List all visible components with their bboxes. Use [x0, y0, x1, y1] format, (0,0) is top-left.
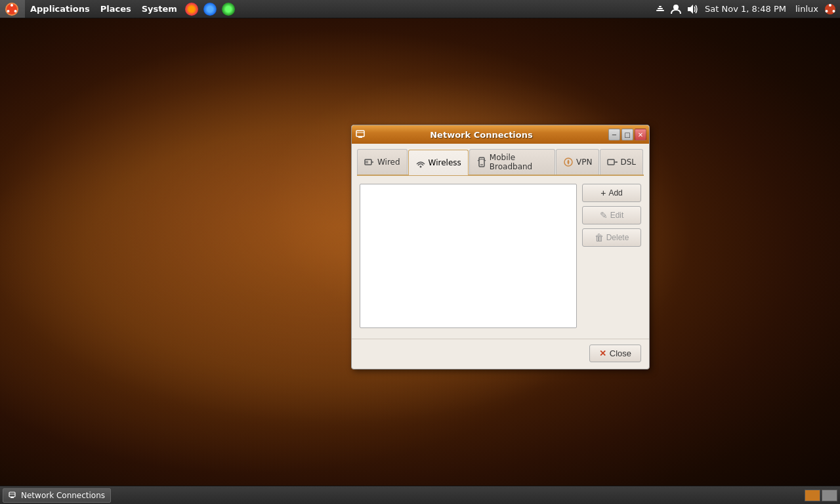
- ubuntu-logo: [5, 3, 18, 16]
- volume-tray-icon[interactable]: [685, 3, 698, 16]
- side-buttons: + Add ✎ Edit 🗑 Delete: [582, 184, 641, 328]
- dialog-titlebar[interactable]: Network Connections − □ ✕: [352, 125, 649, 144]
- panel-username: linlux: [793, 4, 821, 14]
- close-x-icon: ✕: [599, 348, 606, 358]
- svg-point-12: [826, 10, 828, 12]
- svg-rect-6: [659, 6, 662, 7]
- top-panel: Applications Places System: [0, 0, 840, 18]
- bottom-panel: Network Connections: [0, 486, 840, 504]
- svg-point-26: [616, 161, 618, 163]
- svg-point-11: [833, 10, 835, 12]
- network-tray-icon[interactable]: [654, 3, 667, 16]
- tab-wireless[interactable]: Wireless: [408, 150, 469, 175]
- dsl-tab-label: DSL: [620, 158, 636, 167]
- thunderbird-launcher[interactable]: [201, 0, 219, 18]
- applications-menu[interactable]: Applications: [25, 0, 95, 18]
- svg-rect-4: [656, 10, 664, 11]
- delete-icon: 🗑: [595, 232, 604, 243]
- tab-vpn[interactable]: VPN: [556, 149, 599, 175]
- wireless-tab-label: Wireless: [429, 158, 461, 167]
- ubuntu-icon: [0, 0, 25, 18]
- dialog-content: Wired Wireless: [352, 144, 649, 336]
- panel-clock[interactable]: Sat Nov 1, 8:48 PM: [701, 4, 790, 14]
- tab-wired[interactable]: Wired: [357, 149, 408, 175]
- wireless-icon: [415, 158, 426, 168]
- system-menu[interactable]: System: [136, 0, 182, 18]
- mobile-tab-label: Mobile Broadband: [490, 153, 548, 171]
- minimize-button[interactable]: −: [608, 129, 620, 140]
- workspace-2[interactable]: [822, 490, 837, 501]
- connections-list[interactable]: [360, 184, 577, 328]
- help-launcher[interactable]: [219, 0, 238, 18]
- dialog-title: Network Connections: [354, 130, 608, 140]
- user-tray-icon[interactable]: [669, 3, 682, 16]
- tab-dsl[interactable]: DSL: [600, 149, 643, 175]
- titlebar-buttons: − □ ✕: [608, 129, 646, 140]
- workspace-1[interactable]: [805, 490, 820, 501]
- svg-point-1: [10, 4, 13, 7]
- svg-marker-8: [688, 5, 693, 14]
- edit-button[interactable]: ✎ Edit: [582, 206, 641, 224]
- main-area: + Add ✎ Edit 🗑 Delete: [357, 181, 644, 331]
- thunderbird-icon: [203, 3, 217, 16]
- svg-point-2: [14, 10, 17, 12]
- add-icon: +: [600, 188, 606, 198]
- taskbar-network-icon: [9, 491, 18, 500]
- network-connections-dialog: Network Connections − □ ✕: [351, 125, 650, 369]
- mobile-icon: [476, 157, 487, 167]
- panel-right: Sat Nov 1, 8:48 PM linlux: [654, 0, 840, 18]
- session-icon[interactable]: [824, 3, 837, 16]
- svg-point-10: [829, 4, 831, 7]
- taskbar-right: [805, 490, 837, 501]
- wired-tab-label: Wired: [377, 158, 400, 167]
- svg-rect-29: [10, 497, 14, 498]
- edit-icon: ✎: [600, 210, 608, 220]
- panel-left: Applications Places System: [0, 0, 238, 18]
- window-close-button[interactable]: ✕: [635, 129, 646, 140]
- svg-point-3: [7, 10, 10, 12]
- wired-icon: [364, 157, 375, 167]
- tab-mobile[interactable]: Mobile Broadband: [469, 149, 555, 175]
- svg-rect-27: [9, 492, 15, 497]
- dsl-icon: [607, 157, 618, 167]
- close-dialog-button[interactable]: ✕ Close: [589, 345, 641, 362]
- svg-rect-24: [608, 159, 614, 165]
- vpn-icon: [563, 157, 574, 167]
- firefox-launcher[interactable]: [182, 0, 201, 18]
- firefox-icon: [185, 3, 198, 16]
- svg-rect-5: [658, 8, 663, 9]
- maximize-button[interactable]: □: [621, 129, 633, 140]
- help-icon: [222, 3, 235, 16]
- svg-point-7: [673, 5, 679, 10]
- add-button[interactable]: + Add: [582, 184, 641, 202]
- delete-button[interactable]: 🗑 Delete: [582, 228, 641, 247]
- dialog-footer: ✕ Close: [352, 339, 649, 369]
- taskbar-network-connections[interactable]: Network Connections: [3, 488, 111, 503]
- tab-bar: Wired Wireless: [357, 149, 644, 176]
- vpn-tab-label: VPN: [576, 158, 592, 167]
- svg-point-20: [419, 166, 421, 168]
- desktop: Applications Places System: [0, 0, 840, 504]
- places-menu[interactable]: Places: [95, 0, 136, 18]
